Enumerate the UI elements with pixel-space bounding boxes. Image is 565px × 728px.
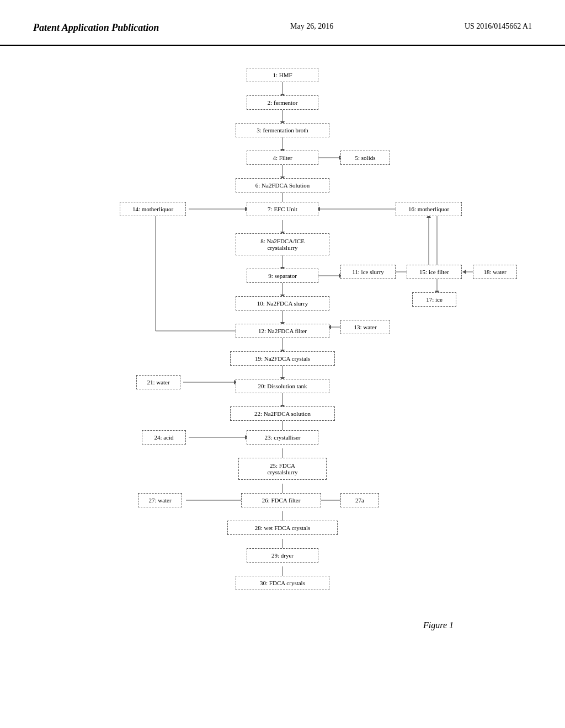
- box-3-fermentation-broth: 3: fermentation broth: [236, 123, 329, 137]
- box-17-ice: 17: ice: [412, 292, 456, 307]
- box-21-water: 21: water: [136, 375, 180, 389]
- box-22-na2fdca-solution: 22: Na2FDCA solution: [230, 406, 335, 421]
- publication-date: May 26, 2016: [290, 22, 333, 31]
- box-27-water: 27: water: [138, 493, 182, 507]
- box-28-wet-fdca: 28: wet FDCA crystals: [227, 521, 338, 535]
- box-13-water: 13: water: [340, 320, 390, 334]
- box-14-motherliquor: 14: motherliquor: [120, 202, 186, 216]
- box-9-separator: 9: separator: [247, 269, 318, 283]
- diagram-container: 1: HMF 2: fermentor 3: fermentation brot…: [0, 46, 565, 669]
- box-12-na2fdca-filter: 12: Na2FDCA filter: [236, 324, 329, 338]
- box-1-hmf: 1: HMF: [247, 68, 318, 82]
- box-11-ice-slurry: 11: ice slurry: [340, 265, 396, 279]
- box-30-fdca-crystals: 30: FDCA crystals: [236, 576, 329, 590]
- box-20-dissolution-tank: 20: Dissolution tank: [236, 379, 329, 393]
- patent-number: US 2016/0145662 A1: [465, 22, 532, 31]
- figure-label: Figure 1: [423, 620, 454, 630]
- box-18-water: 18: water: [473, 265, 517, 279]
- box-15-ice-filter: 15: ice filter: [407, 265, 462, 279]
- box-4-filter: 4: Filter: [247, 151, 318, 165]
- box-2-fermentor: 2: fermentor: [247, 95, 318, 110]
- box-24-acid: 24: acid: [142, 430, 186, 445]
- box-7-efc-unit: 7: EFC Unit: [247, 202, 318, 216]
- box-8-crystalslurry: 8: Na2FDCA/ICE crystalslurry: [236, 233, 329, 255]
- box-23-crystalliser: 23: crystalliser: [247, 430, 318, 445]
- flow-diagram: 1: HMF 2: fermentor 3: fermentation brot…: [89, 68, 476, 647]
- page-header: Patent Application Publication May 26, 2…: [0, 0, 565, 46]
- box-10-slurry: 10: Na2FDCA slurry: [236, 296, 329, 311]
- box-16-motherliquor: 16: motherliquor: [396, 202, 462, 216]
- box-19-na2fdca-crystals: 19: Na2FDCA crystals: [230, 351, 335, 366]
- box-27a: 27a: [340, 493, 379, 507]
- box-26-fdca-filter: 26: FDCA filter: [241, 493, 321, 507]
- box-6-na2fdca-solution: 6: Na2FDCA Solution: [236, 178, 329, 192]
- box-29-dryer: 29: dryer: [247, 548, 318, 563]
- box-5-solids: 5: solids: [340, 151, 390, 165]
- box-25-fdca-crystalslurry: 25: FDCA crystalslurry: [238, 458, 327, 480]
- svg-marker-25: [462, 270, 466, 274]
- publication-title: Patent Application Publication: [33, 22, 159, 34]
